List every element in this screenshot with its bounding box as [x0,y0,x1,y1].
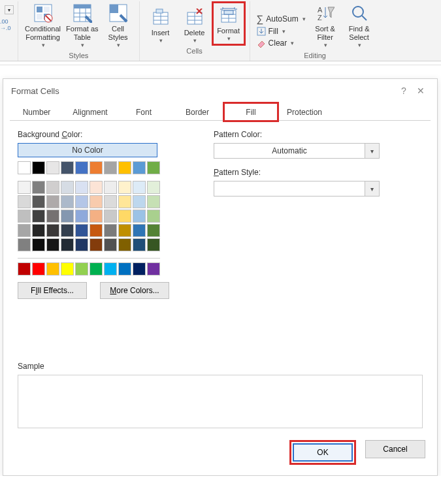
find-select-button[interactable]: Find & Select [342,1,376,50]
tab-border[interactable]: Border [171,103,224,121]
color-swatch[interactable] [75,210,88,223]
color-swatch[interactable] [133,181,146,194]
color-swatch[interactable] [147,210,160,223]
color-swatch[interactable] [90,210,103,223]
color-swatch[interactable] [46,262,59,276]
color-swatch[interactable] [61,210,74,223]
color-swatch[interactable] [104,224,117,237]
color-swatch[interactable] [104,238,117,251]
color-swatch[interactable] [18,181,31,194]
color-swatch[interactable] [46,161,59,174]
color-swatch[interactable] [18,210,31,223]
color-swatch[interactable] [75,262,88,276]
color-swatch[interactable] [18,238,31,251]
style-dropdown-icon[interactable]: ▾ [5,5,14,14]
color-swatch[interactable] [118,161,131,174]
delete-button[interactable]: Delete [178,5,212,46]
color-swatch[interactable] [18,262,31,276]
color-swatch[interactable] [133,210,146,223]
format-as-table-button[interactable]: Format as Table [63,1,101,50]
color-swatch[interactable] [32,195,45,208]
color-swatch[interactable] [147,181,160,194]
color-swatch[interactable] [118,262,131,276]
color-swatch[interactable] [133,238,146,251]
color-swatch[interactable] [18,224,31,237]
pattern-color-select[interactable]: Automatic ▾ [214,143,380,159]
fill-button[interactable]: Fill [257,27,306,36]
cell-styles-button[interactable]: Cell Styles [101,1,135,50]
color-swatch[interactable] [118,238,131,251]
color-swatch[interactable] [104,161,117,174]
color-swatch[interactable] [90,161,103,174]
color-swatch[interactable] [147,224,160,237]
color-swatch[interactable] [118,181,131,194]
color-swatch[interactable] [147,262,160,276]
tab-alignment[interactable]: Alignment [63,103,117,121]
svg-point-35 [353,7,363,17]
color-swatch[interactable] [118,224,131,237]
color-swatch[interactable] [118,195,131,208]
color-swatch[interactable] [18,161,31,174]
color-swatch[interactable] [46,238,59,251]
color-swatch[interactable] [32,181,45,194]
color-swatch[interactable] [147,195,160,208]
color-swatch[interactable] [147,161,160,174]
color-swatch[interactable] [104,210,117,223]
color-swatch[interactable] [61,262,74,276]
color-swatch[interactable] [61,161,74,174]
more-colors-button[interactable]: More Colors... [100,282,169,299]
cancel-button[interactable]: Cancel [365,440,425,458]
color-swatch[interactable] [90,262,103,276]
color-swatch[interactable] [46,210,59,223]
color-swatch[interactable] [32,210,45,223]
color-swatch[interactable] [61,224,74,237]
color-swatch[interactable] [46,195,59,208]
color-swatch[interactable] [118,210,131,223]
color-swatch[interactable] [147,238,160,251]
color-swatch[interactable] [90,238,103,251]
color-swatch[interactable] [133,224,146,237]
color-swatch[interactable] [75,224,88,237]
color-swatch[interactable] [90,224,103,237]
color-swatch[interactable] [46,181,59,194]
color-swatch[interactable] [90,181,103,194]
color-swatch[interactable] [75,238,88,251]
color-swatch[interactable] [133,195,146,208]
color-swatch[interactable] [133,161,146,174]
clear-button[interactable]: Clear [257,39,306,48]
tab-number[interactable]: Number [10,103,63,121]
pattern-style-select[interactable]: ▾ [214,181,380,197]
fill-effects-button[interactable]: FIll Effects... [18,282,87,299]
no-color-button[interactable]: No Color [18,143,157,157]
color-swatch[interactable] [32,224,45,237]
color-swatch[interactable] [75,181,88,194]
color-swatch[interactable] [104,195,117,208]
color-swatch[interactable] [104,181,117,194]
close-button[interactable]: ✕ [412,86,429,96]
sort-filter-button[interactable]: AZ Sort & Filter [308,1,342,50]
tab-font[interactable]: Font [117,103,171,121]
color-swatch[interactable] [75,161,88,174]
color-swatch[interactable] [90,195,103,208]
format-button[interactable]: Format [212,1,246,46]
color-swatch[interactable] [46,224,59,237]
conditional-formatting-button[interactable]: Conditional Formatting [22,1,63,50]
color-swatch[interactable] [32,238,45,251]
decrease-decimal-icon[interactable]: .00 →.0 [0,18,18,31]
pattern-style-label: Pattern Style: [214,168,425,177]
color-swatch[interactable] [133,262,146,276]
color-swatch[interactable] [61,238,74,251]
color-swatch[interactable] [61,195,74,208]
color-swatch[interactable] [104,262,117,276]
color-swatch[interactable] [32,161,45,174]
color-swatch[interactable] [61,181,74,194]
color-swatch[interactable] [32,262,45,276]
ok-button[interactable]: OK [293,443,353,462]
tab-fill[interactable]: Fill [224,103,278,121]
help-button[interactable]: ? [395,86,412,96]
autosum-button[interactable]: ∑ AutoSum [257,13,306,24]
insert-button[interactable]: Insert [144,5,178,46]
tab-protection[interactable]: Protection [278,103,331,121]
color-swatch[interactable] [75,195,88,208]
color-swatch[interactable] [18,195,31,208]
